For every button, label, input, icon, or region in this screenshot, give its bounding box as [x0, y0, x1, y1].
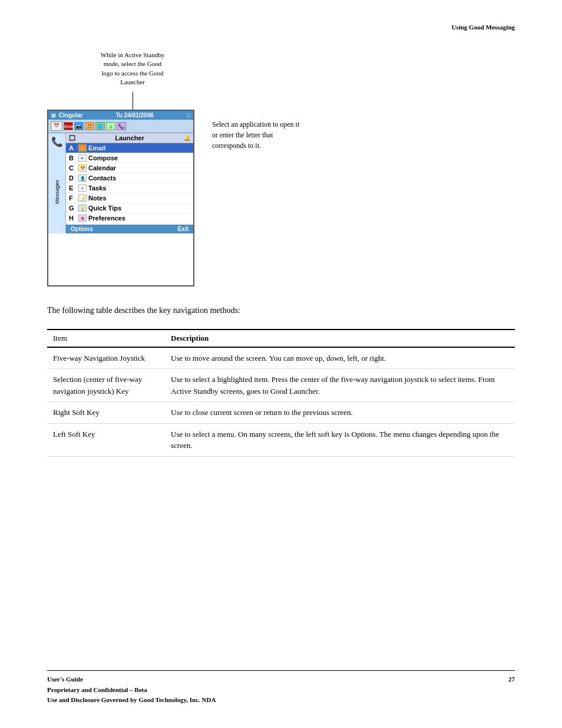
phone-mockup: ⊞ Cingular Tu 24/01/2006 □ 📅 Good 📷 🎵 🌐	[47, 110, 194, 286]
page-header: Using Good Messaging	[47, 24, 515, 31]
phone-icon-bar: 📅 Good 📷 🎵 🌐 ♪ 📞	[48, 120, 193, 133]
footer-guide-label: User's Guide	[47, 676, 83, 683]
prefs-icon: ⚙	[78, 215, 87, 222]
options-button[interactable]: Options	[71, 226, 93, 232]
voicemail-icon: 📞	[51, 136, 63, 147]
menu-item-tasks[interactable]: E ✓ Tasks	[66, 183, 193, 193]
carrier-text: ⊞ Cingular	[51, 112, 82, 118]
menu-item-notes[interactable]: F 📝 Notes	[66, 193, 193, 203]
launcher-row: 🔲 Launcher 🔔	[66, 133, 193, 143]
menu-letter-h: H	[69, 215, 76, 222]
table-cell-item-3: Left Soft Key	[47, 423, 165, 456]
table-cell-desc-3: Use to select a menu. On many screens, t…	[165, 423, 515, 456]
menu-text-contacts: Contacts	[88, 174, 116, 182]
menu-item-preferences[interactable]: H ⚙ Preferences	[66, 213, 193, 223]
menu-item-calendar[interactable]: C 📅 Calendar	[66, 163, 193, 173]
menu-letter-f: F	[69, 195, 76, 202]
menu-letter-g: G	[69, 205, 76, 212]
menu-items: A ✉ Email B ✏ Compose C	[66, 143, 193, 223]
menu-letter-c: C	[69, 164, 76, 172]
phone-icon-orange: 🎵	[85, 122, 94, 130]
menu-letter-d: D	[69, 174, 76, 182]
table-row: Selection (center of five-way navigation…	[47, 369, 515, 402]
table-cell-item-1: Selection (center of five-way navigation…	[47, 369, 165, 402]
compose-icon: ✏	[78, 154, 87, 162]
navigation-table: Item Description Five-way Navigation Joy…	[47, 329, 515, 457]
header-title: Using Good Messaging	[451, 24, 515, 31]
callout-text: While in Active Standby mode, select the…	[97, 48, 168, 90]
footer-line3: Use and Disclosure Governed by Good Tech…	[47, 695, 515, 705]
date-text: Tu 24/01/2006	[115, 112, 153, 118]
callout-line	[133, 92, 133, 110]
description-paragraph: The following table describes the key na…	[47, 304, 240, 317]
page-container: Using Good Messaging While in Active Sta…	[0, 0, 562, 728]
quicktips-icon: 💡	[78, 205, 87, 212]
right-annotation: Select an application to open it or ente…	[212, 48, 306, 151]
phone-side-content: 📞 Messages 🔲 Launcher 🔔	[48, 133, 193, 233]
contacts-icon: 👤	[78, 174, 87, 182]
menu-letter-b: B	[69, 154, 76, 162]
table-row: Five-way Navigation Joystick Use to move…	[47, 347, 515, 369]
content-area: While in Active Standby mode, select the…	[47, 48, 515, 475]
diagram-section: While in Active Standby mode, select the…	[47, 48, 515, 286]
exit-button[interactable]: Exit	[178, 226, 189, 232]
table-cell-desc-1: Use to select a highlighted item. Press …	[165, 369, 515, 402]
menu-text-quicktips: Quick Tips	[88, 205, 121, 212]
diagram-left: While in Active Standby mode, select the…	[47, 48, 194, 286]
menu-letter-e: E	[69, 185, 76, 192]
messages-label: Messages	[54, 180, 60, 204]
menu-item-contacts[interactable]: D 👤 Contacts	[66, 173, 193, 183]
signal-icon: □	[187, 112, 190, 118]
menu-text-tasks: Tasks	[88, 185, 106, 192]
footer-line2: Proprietary and Confidential – Beta	[47, 685, 515, 695]
table-cell-item-0: Five-way Navigation Joystick	[47, 347, 165, 369]
good-icon: Good	[64, 122, 73, 130]
menu-letter-a: A	[69, 144, 76, 151]
page-footer: User's Guide 27 Proprietary and Confiden…	[47, 670, 515, 704]
menu-item-email[interactable]: A ✉ Email	[66, 143, 193, 153]
tasks-icon: ✓	[78, 185, 87, 192]
email-icon: ✉	[78, 144, 87, 151]
phone-status-bar: ⊞ Cingular Tu 24/01/2006 □	[48, 111, 193, 120]
menu-text-notes: Notes	[88, 195, 107, 202]
menu-text-preferences: Preferences	[88, 215, 125, 222]
menu-text-email: Email	[88, 144, 105, 151]
launcher-title: Launcher	[115, 134, 144, 141]
footer-row2: Proprietary and Confidential – Beta Use …	[47, 685, 515, 704]
table-cell-desc-0: Use to move around the screen. You can m…	[165, 347, 515, 369]
table-header-item: Item	[47, 330, 165, 347]
phone-icon-green: 🌐	[95, 122, 105, 130]
phone-icon-purple: 📞	[117, 122, 126, 130]
table-cell-desc-2: Use to close current screen or return to…	[165, 402, 515, 424]
menu-text-compose: Compose	[88, 154, 118, 162]
table-cell-item-2: Right Soft Key	[47, 402, 165, 424]
calendar-menu-icon: 📅	[78, 164, 87, 172]
phone-icon-music: ♪	[106, 122, 115, 130]
phone-bottom-bar: Options Exit	[66, 225, 193, 233]
footer-row1: User's Guide 27	[47, 676, 515, 683]
table-row: Right Soft Key Use to close current scre…	[47, 402, 515, 424]
table-row: Left Soft Key Use to select a menu. On m…	[47, 423, 515, 456]
phone-main-content: 🔲 Launcher 🔔 A ✉ Email	[66, 133, 193, 233]
menu-item-quicktips[interactable]: G 💡 Quick Tips	[66, 203, 193, 213]
phone-left-side: 📞 Messages	[48, 133, 66, 233]
footer-page-number: 27	[508, 676, 515, 683]
phone-icon-blue: 📷	[74, 122, 84, 130]
menu-text-calendar: Calendar	[88, 164, 116, 172]
calendar-icon: 📅	[51, 121, 62, 131]
menu-item-compose[interactable]: B ✏ Compose	[66, 153, 193, 163]
table-header-description: Description	[165, 330, 515, 347]
notes-icon: 📝	[78, 195, 87, 202]
